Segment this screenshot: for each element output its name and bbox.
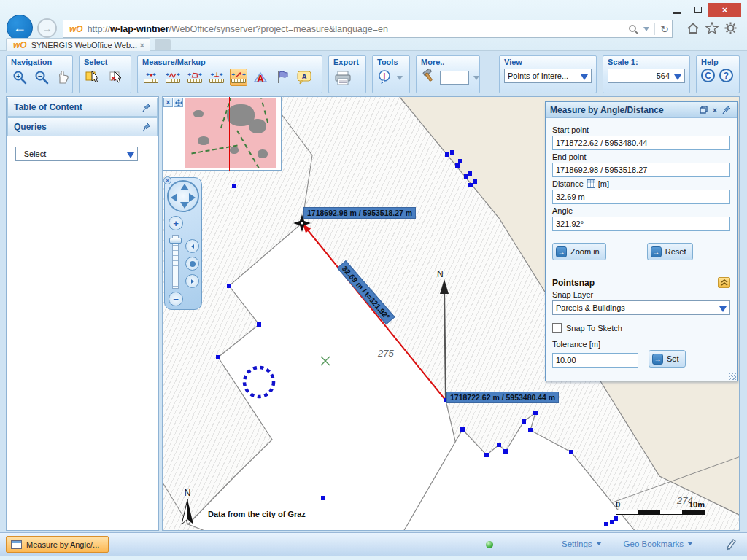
measure-point-tool[interactable]: +●+: [142, 69, 160, 86]
north-arrow-icon: [179, 498, 196, 526]
forward-arrow-icon: →: [42, 23, 53, 34]
measure-line-tool[interactable]: ++: [164, 69, 182, 86]
address-bar[interactable]: wO http://w-lap-wintner/WebOffice/synser…: [63, 20, 673, 38]
panel-restore-button[interactable]: [697, 104, 709, 116]
pin-icon: [722, 105, 731, 114]
pan-up-arrow[interactable]: [180, 184, 189, 190]
divider: [654, 23, 655, 35]
print-button[interactable]: [333, 69, 352, 86]
reset-button[interactable]: →Reset: [647, 243, 693, 260]
zoom-slider-handle[interactable]: [169, 238, 182, 244]
browser-back-button[interactable]: ←: [7, 15, 33, 41]
scalebar-min: 0: [616, 500, 620, 509]
pin-icon[interactable]: [142, 122, 151, 132]
snap-layer-select[interactable]: Parcels & Buildings: [552, 300, 730, 315]
help-button[interactable]: ?: [719, 69, 733, 82]
tab-close-icon[interactable]: ×: [139, 41, 146, 50]
view-select[interactable]: Points of Intere...: [504, 69, 592, 83]
more-tools-input[interactable]: [440, 71, 469, 85]
more-dropdown-caret[interactable]: [473, 76, 479, 83]
previous-extent-button[interactable]: [185, 239, 199, 253]
panel-resize-grip[interactable]: [729, 373, 736, 380]
zoom-in-tool[interactable]: +: [11, 69, 28, 86]
tolerance-field[interactable]: [552, 353, 638, 368]
window-maximize-button[interactable]: [687, 3, 708, 17]
toolbar-group-help: Help C ?: [696, 55, 740, 93]
select-tool[interactable]: [84, 69, 101, 86]
markup-flag-tool[interactable]: [274, 69, 291, 86]
hammer-icon[interactable]: [421, 69, 436, 86]
zoom-in-button[interactable]: +: [169, 216, 183, 230]
north-compass: N: [179, 488, 196, 529]
scale-select-value: 564: [657, 71, 670, 80]
sidebar-item-queries[interactable]: Queries: [7, 117, 158, 136]
ruler-icon: [144, 79, 158, 83]
home-icon[interactable]: [686, 23, 700, 34]
redline-pen-button[interactable]: [724, 538, 737, 554]
sidebar-item-table-of-content[interactable]: Table of Content: [7, 98, 158, 117]
measure-angle-distance-tool[interactable]: ++: [230, 69, 247, 86]
window-close-button[interactable]: ×: [708, 3, 741, 17]
browser-chrome: × ← → wO http://w-lap-wintner/WebOffice/…: [0, 0, 747, 51]
context-help-button[interactable]: C: [701, 69, 715, 82]
scale-select[interactable]: 564: [608, 69, 685, 83]
pan-hand-tool[interactable]: [55, 69, 72, 86]
window-minimize-button[interactable]: [666, 3, 687, 17]
scalebar: 010m: [616, 500, 705, 515]
start-point-field[interactable]: [552, 136, 730, 150]
back-arrow-icon: ←: [13, 20, 26, 36]
identify-tool[interactable]: i: [377, 69, 392, 86]
pin-icon[interactable]: [142, 103, 151, 112]
pointsnap-collapse-button[interactable]: [718, 277, 730, 288]
angle-field[interactable]: [552, 217, 730, 231]
pan-right-arrow[interactable]: [189, 193, 196, 202]
new-tab-button[interactable]: [155, 39, 171, 50]
markup-text-tool[interactable]: A: [252, 69, 269, 86]
geo-bookmarks-menu[interactable]: Geo Bookmarks: [624, 539, 693, 548]
browser-tab[interactable]: wO SYNERGIS WebOffice Web... ×: [6, 38, 150, 51]
arrow-right-icon: →: [652, 354, 663, 365]
measure-area-tool[interactable]: ++: [186, 69, 204, 86]
browser-forward-button[interactable]: →: [37, 18, 57, 38]
toolbar-group-tools: Tools i: [372, 55, 410, 93]
pan-down-arrow[interactable]: [180, 202, 189, 209]
measure-panel-titlebar[interactable]: Measure by Angle/Distance _ ×: [546, 102, 737, 118]
zoom-out-tool[interactable]: −: [33, 69, 50, 86]
search-dropdown-caret[interactable]: [643, 27, 649, 34]
overview-map[interactable]: ×: [163, 97, 282, 171]
panel-pin-button[interactable]: [721, 104, 732, 116]
overview-move-button[interactable]: [174, 98, 183, 107]
end-point-field[interactable]: [552, 163, 730, 177]
panel-minimize-button[interactable]: _: [686, 104, 697, 116]
settings-menu[interactable]: Settings: [562, 539, 602, 548]
next-extent-button[interactable]: [185, 274, 199, 288]
panel-close-button[interactable]: ×: [709, 104, 721, 116]
clear-selection-tool[interactable]: ×: [106, 69, 123, 86]
favorites-star-icon[interactable]: [705, 22, 719, 34]
status-bar: Measure by Angle/... Settings Geo Bookma…: [0, 532, 747, 556]
refresh-icon[interactable]: ↻: [660, 23, 669, 35]
navigation-widget-close-button[interactable]: ×: [163, 176, 171, 184]
settings-gear-icon[interactable]: [724, 22, 737, 34]
minimized-window-task-button[interactable]: Measure by Angle/...: [6, 536, 109, 553]
measure-perpendicular-tool[interactable]: +⊥+: [208, 69, 225, 86]
pan-compass[interactable]: [167, 180, 199, 212]
markup-note-tool[interactable]: A: [295, 69, 313, 86]
url-text[interactable]: http://w-lap-wintner/WebOffice/synserver…: [88, 24, 624, 34]
overview-map-image[interactable]: [185, 98, 276, 168]
unit-converter-icon[interactable]: [587, 179, 595, 188]
full-extent-button[interactable]: [185, 257, 199, 271]
zoom-out-button[interactable]: −: [169, 292, 183, 306]
map-navigation-widget[interactable]: × + −: [164, 177, 202, 310]
snap-to-sketch-checkbox[interactable]: [552, 323, 562, 332]
overview-close-button[interactable]: ×: [163, 98, 173, 107]
pan-left-arrow[interactable]: [171, 193, 177, 202]
set-button[interactable]: →Set: [649, 350, 686, 368]
distance-field[interactable]: [552, 190, 730, 204]
query-select[interactable]: - Select -: [15, 147, 138, 161]
map-viewport[interactable]: 1718692.98 m / 5953518.27 m 32.69 m / t=…: [162, 96, 740, 531]
chevron-down-icon: [127, 152, 134, 162]
search-icon[interactable]: [628, 24, 638, 34]
zoom-in-button[interactable]: →Zoom in: [552, 243, 606, 260]
tools-dropdown-caret[interactable]: [397, 76, 403, 83]
